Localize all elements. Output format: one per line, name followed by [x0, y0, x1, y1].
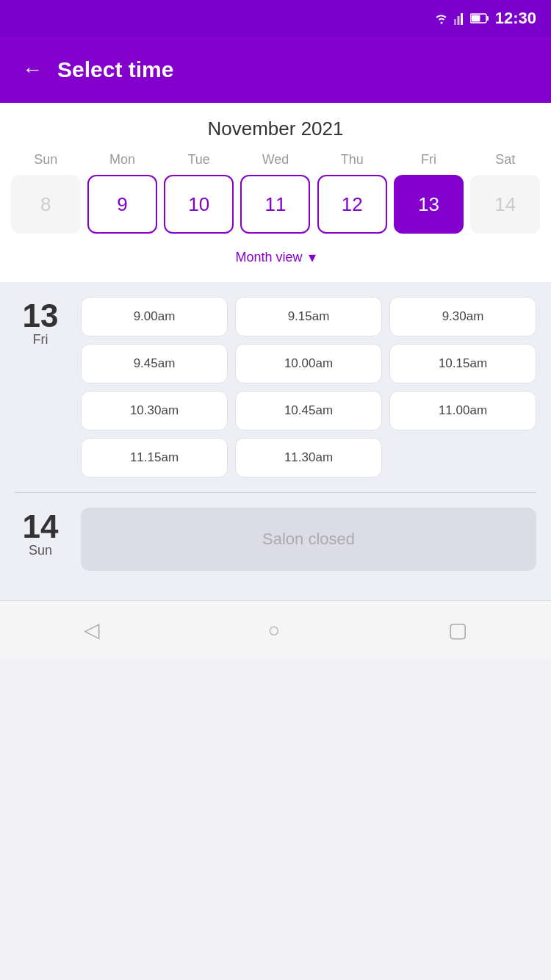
slot-1015am[interactable]: 10.15am: [389, 344, 536, 383]
day-13-number: 13: [23, 300, 59, 332]
nav-back-button[interactable]: ◁: [84, 618, 100, 642]
slot-1030am[interactable]: 10.30am: [81, 391, 228, 430]
month-view-label: Month view: [235, 250, 302, 265]
weekday-fri: Fri: [392, 152, 466, 167]
chevron-down-icon: ▾: [309, 248, 316, 266]
svg-rect-4: [486, 16, 489, 21]
day-13-name: Fri: [33, 332, 48, 347]
day-14-name: Sun: [29, 543, 52, 558]
day-14-number: 14: [23, 511, 59, 543]
slot-1000am[interactable]: 10.00am: [235, 344, 382, 383]
svg-rect-5: [471, 15, 480, 22]
day-9[interactable]: 9: [87, 175, 157, 234]
day-8: 8: [11, 175, 81, 234]
weekdays-row: Sun Mon Tue Wed Thu Fri Sat: [7, 152, 544, 167]
svg-rect-0: [454, 19, 456, 25]
day-14-label: 14 Sun: [15, 508, 66, 571]
slot-1115am[interactable]: 11.15am: [81, 438, 228, 478]
section-divider: [15, 492, 536, 493]
timeslots-section: 13 Fri 9.00am 9.15am 9.30am 9.45am 10.00…: [0, 282, 551, 600]
calendar-section: November 2021 Sun Mon Tue Wed Thu Fri Sa…: [0, 103, 551, 282]
slot-1045am[interactable]: 10.45am: [235, 391, 382, 430]
weekday-mon: Mon: [85, 152, 159, 167]
month-title: November 2021: [7, 118, 544, 140]
back-button[interactable]: ←: [22, 58, 43, 82]
day-14: 14: [470, 175, 540, 234]
slot-1130am[interactable]: 11.30am: [235, 438, 382, 478]
slot-930am[interactable]: 9.30am: [389, 297, 536, 336]
salon-closed-label: Salon closed: [262, 530, 355, 549]
month-view-toggle[interactable]: Month view ▾: [7, 242, 544, 275]
day-13-label: 13 Fri: [15, 297, 66, 478]
clock-time: 12:30: [495, 9, 536, 28]
day-13-block: 13 Fri 9.00am 9.15am 9.30am 9.45am 10.00…: [15, 297, 536, 478]
weekday-wed: Wed: [239, 152, 312, 167]
status-bar: 12:30: [0, 0, 551, 37]
slot-945am[interactable]: 9.45am: [81, 344, 228, 383]
slot-1100am[interactable]: 11.00am: [389, 391, 536, 430]
day-10[interactable]: 10: [164, 175, 234, 234]
slot-900am[interactable]: 9.00am: [81, 297, 228, 336]
page-title: Select time: [57, 57, 173, 82]
nav-home-button[interactable]: ○: [268, 619, 281, 642]
salon-closed-message: Salon closed: [81, 508, 536, 571]
weekday-thu: Thu: [315, 152, 389, 167]
signal-icon: [454, 12, 466, 25]
day-13-slots-grid: 9.00am 9.15am 9.30am 9.45am 10.00am 10.1…: [81, 297, 536, 478]
nav-recent-button[interactable]: ▢: [448, 618, 467, 642]
battery-icon: [470, 13, 489, 24]
status-icons: [433, 12, 489, 25]
day-11[interactable]: 11: [240, 175, 310, 234]
day-12[interactable]: 12: [317, 175, 387, 234]
slot-915am[interactable]: 9.15am: [235, 297, 382, 336]
weekday-sat: Sat: [469, 152, 542, 167]
svg-rect-1: [457, 16, 459, 25]
day-13[interactable]: 13: [394, 175, 464, 234]
wifi-icon: [433, 12, 450, 24]
day-14-block: 14 Sun Salon closed: [15, 508, 536, 571]
weekday-sun: Sun: [9, 152, 82, 167]
svg-rect-2: [461, 13, 463, 25]
days-row: 8 9 10 11 12 13 14: [7, 175, 544, 234]
nav-bar: ◁ ○ ▢: [0, 600, 551, 659]
header: ← Select time: [0, 37, 551, 103]
weekday-tue: Tue: [162, 152, 236, 167]
